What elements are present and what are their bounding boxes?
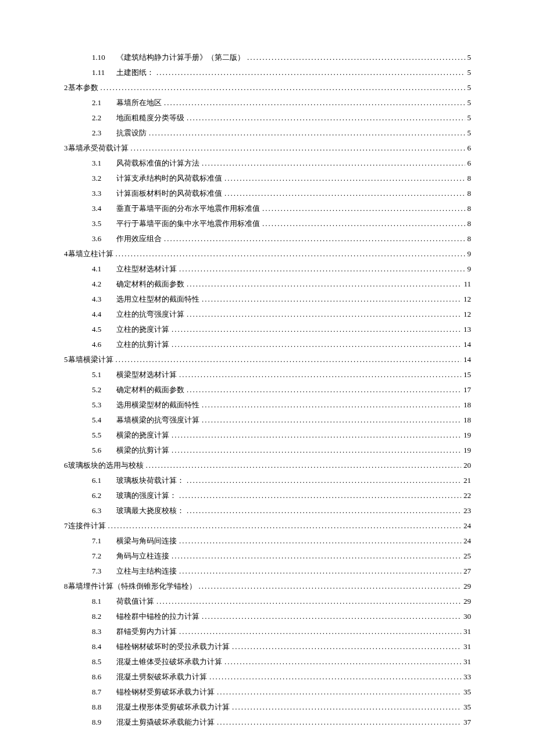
toc-leader-dots — [217, 687, 461, 697]
toc-entry: 3.6作用效应组合8 — [64, 234, 471, 244]
toc-entry: 3.1风荷载标准值的计算方法6 — [64, 158, 471, 169]
toc-entry-number: 3.1 — [92, 159, 116, 168]
toc-entry: 8.2锚栓群中锚栓的拉力计算30 — [64, 611, 471, 622]
toc-entry-number: 8.8 — [92, 703, 116, 712]
toc-entry-page: 18 — [463, 400, 471, 410]
toc-leader-dots — [149, 128, 465, 138]
toc-entry-label: 横梁型材选材计算 — [116, 370, 177, 380]
toc-entry-number: 8.6 — [92, 672, 116, 682]
toc-entry-page: 11 — [463, 280, 471, 289]
toc-leader-dots — [187, 113, 465, 123]
toc-entry-page: 30 — [463, 612, 471, 621]
toc-leader-dots — [116, 249, 465, 259]
toc-leader-dots — [179, 264, 465, 274]
toc-entry-page: 5 — [468, 128, 472, 138]
toc-entry-page: 8 — [468, 204, 472, 213]
toc-entry-label: 玻璃的强度计算： — [116, 490, 177, 501]
toc-entry-number: 6.3 — [92, 506, 116, 515]
toc-entry: 3.3计算面板材料时的风荷载标准值8 — [64, 188, 471, 199]
toc-entry: 5 幕墙横梁计算14 — [64, 354, 471, 365]
toc-entry-number: 2.1 — [92, 98, 116, 108]
toc-entry-page: 31 — [463, 642, 471, 651]
toc-entry-number: 8.7 — [92, 687, 116, 697]
toc-leader-dots — [247, 53, 465, 62]
toc-entry-label: 锚栓群中锚栓的拉力计算 — [116, 611, 199, 622]
toc-leader-dots — [156, 68, 465, 77]
toc-entry: 1.10《建筑结构静力计算手册》（第二版）5 — [64, 52, 471, 63]
toc-entry: 7 连接件计算24 — [64, 521, 471, 531]
toc-leader-dots — [101, 83, 465, 92]
toc-entry: 8.6混凝土劈裂破坏承载力计算33 — [64, 672, 471, 682]
toc-entry-page: 18 — [463, 415, 471, 425]
toc-entry: 1.11土建图纸：5 — [64, 67, 471, 78]
toc-entry-label: 立柱的挠度计算 — [116, 324, 169, 335]
toc-entry: 8.5混凝土锥体受拉破坏承载力计算31 — [64, 657, 471, 667]
toc-entry-label: 连接件计算 — [68, 521, 106, 531]
toc-entry-label: 立柱的抗剪计算 — [116, 339, 169, 350]
toc-entry: 3.2计算支承结构时的风荷载标准值8 — [64, 173, 471, 184]
toc-entry-page: 13 — [463, 325, 471, 334]
toc-entry-page: 9 — [468, 264, 472, 274]
toc-entry: 5.4幕墙横梁的抗弯强度计算18 — [64, 415, 471, 425]
toc-leader-dots — [187, 476, 461, 485]
toc-entry-label: 立柱型材选材计算 — [116, 264, 177, 274]
toc-entry-page: 8 — [468, 219, 472, 228]
toc-entry-label: 计算支承结构时的风荷载标准值 — [116, 173, 222, 184]
toc-entry-label: 土建图纸： — [116, 67, 154, 78]
toc-entry-number: 3.6 — [92, 234, 116, 243]
toc-entry-page: 5 — [468, 98, 472, 108]
toc-entry-number: 8.1 — [92, 597, 116, 606]
toc-entry-label: 荷载值计算 — [116, 596, 154, 607]
toc-leader-dots — [217, 718, 461, 727]
toc-entry-label: 角码与立柱连接 — [116, 551, 169, 561]
toc-entry-page: 12 — [463, 310, 471, 319]
toc-entry: 4.2确定材料的截面参数11 — [64, 279, 471, 289]
toc-entry-number: 5.4 — [92, 415, 116, 425]
toc-leader-dots — [202, 295, 461, 304]
toc-entry-label: 混凝土锥体受拉破坏承载力计算 — [116, 657, 222, 667]
toc-entry: 7.1横梁与角码间连接24 — [64, 536, 471, 546]
toc-leader-dots — [172, 446, 461, 455]
toc-entry-label: 计算面板材料时的风荷载标准值 — [116, 188, 222, 199]
toc-entry: 2 基本参数5 — [64, 83, 471, 93]
toc-entry-label: 确定材料的截面参数 — [116, 385, 184, 395]
toc-entry: 8 幕墙埋件计算（特殊倒锥形化学锚栓）29 — [64, 581, 471, 592]
toc-entry-page: 12 — [463, 295, 471, 304]
toc-entry-page: 5 — [468, 83, 472, 92]
toc-entry-number: 2.2 — [92, 113, 116, 123]
toc-entry-page: 21 — [463, 476, 471, 485]
toc-entry-number: 4.6 — [92, 340, 116, 349]
toc-entry-page: 35 — [463, 687, 471, 697]
toc-leader-dots — [172, 431, 461, 440]
toc-entry-number: 3.4 — [92, 204, 116, 213]
toc-entry: 3.5平行于幕墙平面的集中水平地震作用标准值8 — [64, 218, 471, 229]
toc-entry-number: 5.1 — [92, 370, 116, 379]
toc-entry-page: 17 — [463, 385, 471, 395]
toc-leader-dots — [164, 234, 465, 243]
toc-entry: 4.3选用立柱型材的截面特性12 — [64, 294, 471, 304]
toc-entry-label: 混凝土剪撬破坏承载能力计算 — [116, 717, 215, 728]
toc-entry: 8.1荷载值计算29 — [64, 596, 471, 607]
toc-entry-page: 8 — [468, 234, 472, 243]
toc-entry-page: 37 — [463, 718, 471, 727]
toc-entry: 4.1立柱型材选材计算9 — [64, 264, 471, 274]
toc-entry: 5.2确定材料的截面参数17 — [64, 385, 471, 395]
toc-entry-number: 7.2 — [92, 551, 116, 561]
toc-entry-number: 8.4 — [92, 642, 116, 651]
toc-entry-number: 8.2 — [92, 612, 116, 621]
toc-entry-page: 24 — [463, 536, 471, 546]
toc-entry: 2.1幕墙所在地区5 — [64, 98, 471, 108]
toc-entry-label: 立柱的抗弯强度计算 — [116, 309, 184, 320]
toc-entry-number: 5.6 — [92, 446, 116, 455]
toc-entry-label: 幕墙横梁的抗弯强度计算 — [116, 415, 199, 425]
toc-entry-label: 锚栓钢材受剪破坏承载力计算 — [116, 687, 215, 697]
toc-entry-number: 4.4 — [92, 310, 116, 319]
toc-entry-number: 7.1 — [92, 536, 116, 546]
toc-entry: 6.2玻璃的强度计算：22 — [64, 490, 471, 501]
toc-entry-label: 平行于幕墙平面的集中水平地震作用标准值 — [116, 218, 260, 229]
toc-entry: 4.6立柱的抗剪计算14 — [64, 339, 471, 350]
toc-entry-number: 2.3 — [92, 128, 116, 138]
toc-entry-page: 15 — [463, 370, 471, 379]
toc-entry-label: 玻璃板块的选用与校核 — [68, 460, 144, 471]
toc-entry-number: 4.1 — [92, 264, 116, 274]
